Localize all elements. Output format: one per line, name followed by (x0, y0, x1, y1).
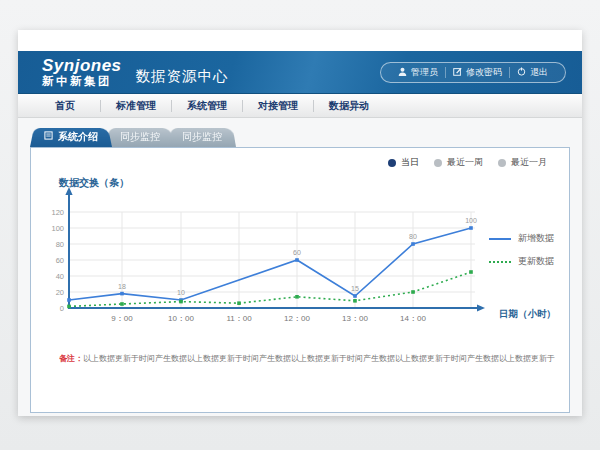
screen: Synjones 新中新集团 数据资源中心 管理员 修改密码 (0, 0, 600, 450)
user-icon (398, 67, 407, 78)
x-axis-title: 日期（小时） (499, 308, 556, 321)
tab-label: 同步监控 (182, 130, 222, 144)
nav-item-data-change[interactable]: 数据异动 (314, 99, 384, 113)
svg-text:60: 60 (293, 249, 301, 256)
tab-label: 系统介绍 (58, 130, 98, 144)
solid-line-icon (489, 238, 511, 240)
logout-button[interactable]: 退出 (510, 66, 555, 79)
brand-logo[interactable]: Synjones 新中新集团 (42, 57, 122, 88)
user-button[interactable]: 管理员 (391, 66, 445, 79)
brand-logo-text: Synjones (42, 57, 122, 74)
svg-text:100: 100 (51, 224, 64, 233)
svg-text:0: 0 (60, 304, 64, 313)
brand-logo-subtext: 新中新集团 (42, 76, 122, 88)
tab-sync-monitor-2[interactable]: 同步监控 (168, 126, 236, 147)
svg-text:12：00: 12：00 (284, 314, 310, 323)
dotted-line-icon (489, 261, 511, 263)
legend-item-new-data[interactable]: 新增数据 (489, 232, 554, 245)
svg-text:9：00: 9：00 (111, 314, 133, 323)
edit-icon (453, 67, 462, 78)
app-window: Synjones 新中新集团 数据资源中心 管理员 修改密码 (18, 30, 582, 416)
tab-bar: 系统介绍 同步监控 同步监控 (30, 126, 230, 147)
svg-text:15: 15 (351, 285, 359, 292)
svg-text:80: 80 (409, 233, 417, 240)
svg-text:100: 100 (465, 217, 477, 224)
nav-item-connect-mgmt[interactable]: 对接管理 (243, 99, 313, 113)
nav-item-standard-mgmt[interactable]: 标准管理 (101, 99, 171, 113)
svg-text:13：00: 13：00 (342, 314, 368, 323)
content-area: 系统介绍 同步监控 同步监控 当日 最近一周 (18, 118, 582, 416)
nav-item-home[interactable]: 首页 (30, 99, 100, 113)
svg-text:18: 18 (118, 283, 126, 290)
document-icon (44, 131, 53, 142)
footnote-prefix: 备注： (59, 354, 83, 363)
svg-text:11：00: 11：00 (226, 314, 252, 323)
svg-text:20: 20 (56, 288, 64, 297)
main-nav: 首页 标准管理 系统管理 对接管理 数据异动 (18, 94, 582, 118)
app-header: Synjones 新中新集团 数据资源中心 管理员 修改密码 (18, 51, 582, 94)
footnote: 备注：以上数据更新于时间产生数据以上数据更新于时间产生数据以上数据更新于时间产生… (59, 353, 565, 364)
chart-legend: 新增数据 更新数据 (489, 232, 554, 268)
user-label: 管理员 (411, 66, 438, 79)
svg-text:120: 120 (51, 208, 64, 217)
tab-system-intro[interactable]: 系统介绍 (30, 126, 112, 147)
footnote-text: 以上数据更新于时间产生数据以上数据更新于时间产生数据以上数据更新于时间产生数据以… (83, 354, 555, 363)
tab-sync-monitor-1[interactable]: 同步监控 (106, 126, 174, 147)
legend-label: 新增数据 (518, 232, 554, 245)
svg-text:10: 10 (177, 289, 185, 296)
svg-text:60: 60 (56, 256, 64, 265)
tab-label: 同步监控 (120, 130, 160, 144)
legend-item-updated-data[interactable]: 更新数据 (489, 255, 554, 268)
nav-item-system-mgmt[interactable]: 系统管理 (172, 99, 242, 113)
change-password-button[interactable]: 修改密码 (446, 66, 509, 79)
svg-text:14：00: 14：00 (400, 314, 426, 323)
page-title: 数据资源中心 (136, 67, 229, 86)
user-toolbar: 管理员 修改密码 退出 (380, 62, 566, 83)
logout-label: 退出 (530, 66, 548, 79)
svg-text:80: 80 (56, 240, 64, 249)
legend-label: 更新数据 (518, 255, 554, 268)
svg-text:10：00: 10：00 (168, 314, 194, 323)
svg-text:40: 40 (56, 272, 64, 281)
change-password-label: 修改密码 (466, 66, 502, 79)
power-icon (517, 67, 526, 78)
chart-panel: 当日 最近一周 最近一月 数据交换（条） 0204060801001209：00… (30, 147, 570, 413)
